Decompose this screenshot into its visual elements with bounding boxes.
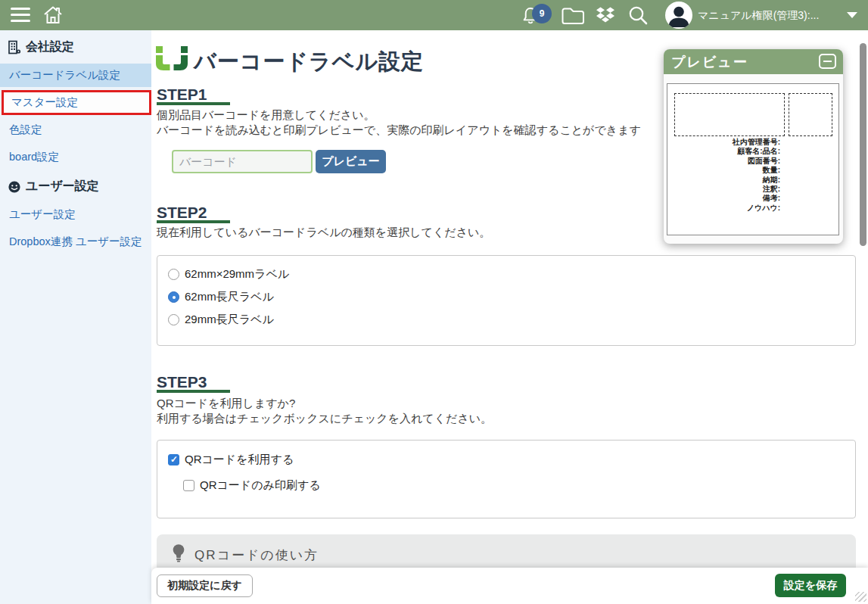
radio-icon[interactable] [168,314,179,325]
label-type-option-box: 62mm×29mmラベル 62mm長尺ラベル 29mm長尺ラベル [157,255,856,346]
reset-defaults-button[interactable]: 初期設定に戻す [157,574,253,597]
sidebar-item-label[interactable]: バーコードラベル設定 [0,64,151,87]
radio-option-62-long[interactable]: 62mm長尺ラベル [168,290,855,304]
resize-grip[interactable] [855,592,866,602]
radio-option-29-long[interactable]: 29mm長尺ラベル [168,313,855,327]
preview-panel: プレビュー 社内管理番号: 顧客名:品名: 図面番号: 数量: 納期: 注釈: … [664,49,843,244]
notification-badge[interactable]: 9 [532,4,552,23]
checkbox-qr-only[interactable]: QRコードのみ印刷する [183,478,321,493]
folder-icon[interactable] [561,6,585,26]
step1-underline [157,102,230,105]
topbar: 9 マニュアル権限(管理3):... [0,0,868,30]
avatar[interactable] [665,2,692,29]
sidebar-item-master-settings[interactable]: マスター設定 [4,92,149,113]
barcode-placeholder [674,93,785,136]
qr-placeholder [789,93,832,136]
preview-field: 備考: [667,194,780,203]
label-preview-area: 社内管理番号: 顧客名:品名: 図面番号: 数量: 納期: 注釈: 備考: ノウ… [667,83,839,235]
radio-label: 62mm×29mmラベル [185,267,289,282]
checkbox-unchecked-icon[interactable] [183,480,194,491]
smiley-icon [8,180,21,194]
step2-underline [157,220,230,223]
sidebar-section-user: ユーザー設定 [8,179,99,195]
annotation-box-master: マスター設定 [2,90,151,115]
radio-label: 62mm長尺ラベル [185,290,274,304]
preview-field: ノウハウ: [667,204,780,213]
dropbox-icon[interactable] [595,5,616,26]
scrollbar-thumb[interactable] [860,43,866,246]
preview-field: 顧客名:品名: [667,147,780,156]
sidebar: 会社設定 バーコードラベル設定 マスター設定 色設定 board設定 ユーザー設… [0,30,151,604]
sidebar-item-barcode-label-settings[interactable]: バーコードラベル設定 [0,64,151,87]
radio-icon[interactable] [168,269,179,280]
step2-heading: STEP2 [157,204,207,222]
step1-desc-line2: バーコードを読み込むと印刷プレビューで、実際の印刷レイアウトを確認することができ… [157,123,641,138]
sidebar-item-user-settings[interactable]: ユーザー設定 [9,207,76,222]
step3-desc-line1: QRコードを利用しますか? [157,397,295,411]
preview-button[interactable]: プレビュー [316,150,386,173]
user-menu-label[interactable]: マニュアル権限(管理3):... [698,9,819,23]
preview-field: 社内管理番号: [667,138,780,147]
lightbulb-icon [172,543,185,563]
app-logo-icon [155,44,188,74]
barcode-input[interactable] [172,150,313,173]
sidebar-section-company-label: 会社設定 [26,39,74,55]
person-icon [665,2,692,29]
step2-desc: 現在利用しているバーコードラベルの種類を選択してください。 [157,226,490,240]
preview-field-labels: 社内管理番号: 顧客名:品名: 図面番号: 数量: 納期: 注釈: 備考: ノウ… [667,138,780,213]
preview-panel-title: プレビュー [671,53,748,71]
sidebar-section-user-label: ユーザー設定 [26,179,99,195]
preview-field: 図面番号: [667,157,780,166]
preview-panel-header: プレビュー [664,49,843,74]
preview-field: 納期: [667,176,780,185]
radio-label: 29mm長尺ラベル [185,313,274,327]
menu-icon[interactable] [11,8,30,23]
preview-field: 注釈: [667,185,780,194]
home-icon[interactable] [42,5,64,26]
checkbox-label: QRコードを利用する [185,453,294,467]
qr-help-title: QRコードの使い方 [194,546,319,564]
caret-down-icon[interactable] [847,12,857,18]
footer-bar: 初期設定に戻す 設定を保存 [151,568,868,604]
preview-field: 数量: [667,166,780,175]
checkbox-label: QRコードのみ印刷する [200,478,321,493]
save-settings-button[interactable]: 設定を保存 [775,574,846,597]
minimize-icon[interactable] [819,54,836,69]
radio-option-62x29[interactable]: 62mm×29mmラベル [168,267,855,282]
barcode-label-settings-page: 9 マニュアル権限(管理3):... [0,0,868,604]
search-icon[interactable] [627,4,649,26]
qr-option-box: QRコードを利用する QRコードのみ印刷する [157,440,856,518]
checkbox-use-qr[interactable]: QRコードを利用する [168,453,294,467]
radio-selected-icon[interactable] [168,291,179,303]
sidebar-item-board-settings[interactable]: board設定 [9,150,59,164]
step3-heading: STEP3 [157,373,207,391]
page-title: バーコードラベル設定 [194,47,424,77]
checkbox-checked-icon[interactable] [168,454,179,465]
building-icon [8,40,21,54]
step1-desc-line1: 個別品目バーコードを用意してください。 [157,108,375,123]
step1-heading: STEP1 [157,86,207,104]
sidebar-section-company: 会社設定 [8,39,74,55]
step3-underline [157,390,230,393]
sidebar-item-color-settings[interactable]: 色設定 [9,123,42,137]
sidebar-item-dropbox-user-settings[interactable]: Dropbox連携 ユーザー設定 [9,235,142,249]
step3-desc-line2: 利用する場合はチェックボックスにチェックを入れてください。 [157,412,492,426]
